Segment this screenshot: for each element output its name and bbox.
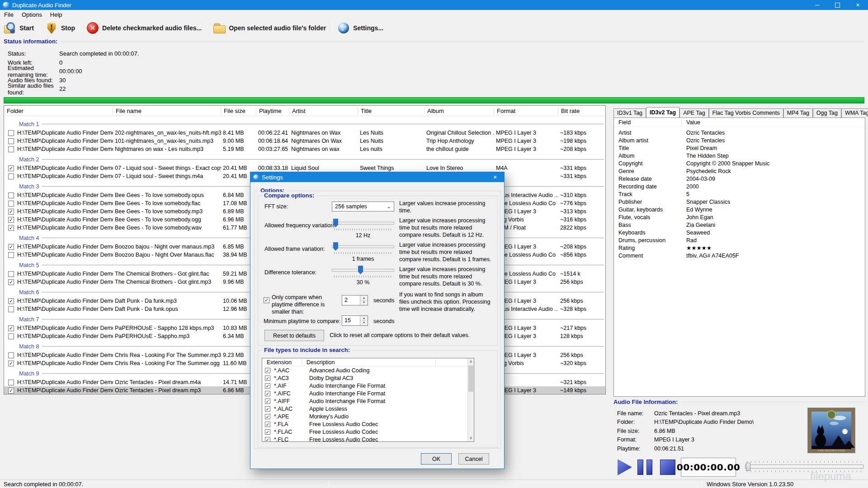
- file-type-row[interactable]: *.AIFCAudio Interchange File Format: [262, 389, 474, 397]
- tag-row[interactable]: Recording date2000: [614, 183, 865, 190]
- row-checkbox[interactable]: [8, 352, 14, 358]
- ok-button[interactable]: OK: [421, 453, 452, 465]
- column-header-folder[interactable]: Folder: [4, 107, 113, 115]
- row-checkbox[interactable]: [8, 225, 14, 231]
- table-row[interactable]: H:\TEMP\Duplicate Audio Finder Demo\07 -…: [4, 164, 605, 172]
- row-checkbox[interactable]: [8, 165, 14, 171]
- stop-button[interactable]: Stop: [42, 20, 80, 36]
- file-types-column-extension[interactable]: Extension: [262, 359, 302, 366]
- column-header-album[interactable]: Album: [425, 107, 494, 115]
- playtime-difference-spinner[interactable]: 2: [342, 295, 368, 305]
- file-type-row[interactable]: *.ALACApple Lossless: [262, 405, 474, 413]
- frequency-variation-slider[interactable]: [332, 219, 394, 228]
- row-checkbox[interactable]: [8, 306, 14, 312]
- file-type-checkbox[interactable]: [265, 399, 270, 404]
- row-checkbox[interactable]: [8, 380, 14, 385]
- pause-icon[interactable]: [637, 460, 653, 475]
- file-type-checkbox[interactable]: [265, 437, 270, 442]
- column-header-file-size[interactable]: File size: [221, 107, 256, 115]
- seek-groove[interactable]: [745, 465, 863, 469]
- file-types-scrollbar[interactable]: [467, 358, 474, 441]
- row-checkbox[interactable]: [8, 361, 14, 366]
- row-checkbox[interactable]: [8, 325, 14, 331]
- tag-row[interactable]: Guitar, keyboardsEd Wynne: [614, 206, 865, 213]
- minimum-playtime-spinner[interactable]: 15: [342, 315, 368, 326]
- dialog-title-bar[interactable]: Settings: [250, 172, 504, 182]
- row-checkbox[interactable]: [8, 298, 14, 304]
- spin-down-icon[interactable]: [360, 321, 368, 325]
- row-checkbox[interactable]: [8, 279, 14, 285]
- tab-ape-tag[interactable]: APE Tag: [679, 108, 708, 117]
- tag-row[interactable]: Track5: [614, 190, 865, 198]
- tag-row[interactable]: KeyboardsSeaweed: [614, 229, 865, 236]
- file-type-row[interactable]: *.AC3Dolby Digital AC3: [262, 374, 474, 382]
- tag-row[interactable]: Rating★★★★★: [614, 244, 865, 252]
- file-type-row[interactable]: *.FLACFree Lossless Audio Codec: [262, 428, 474, 436]
- settings-button[interactable]: Settings...: [334, 20, 388, 36]
- slider-thumb[interactable]: [358, 266, 363, 274]
- tag-column-value[interactable]: Value: [682, 119, 700, 126]
- spin-up-icon[interactable]: [360, 296, 368, 300]
- row-checkbox[interactable]: [8, 271, 14, 277]
- row-checkbox[interactable]: [8, 192, 14, 198]
- tag-row[interactable]: Album artistOzric Tentacles: [614, 136, 865, 144]
- close-button[interactable]: [848, 0, 868, 10]
- scroll-down-icon[interactable]: [468, 435, 474, 441]
- file-type-row[interactable]: *.FLAFree Lossless Audio Codec: [262, 420, 474, 428]
- tab-flac-tag-vorbis-comments[interactable]: Flac Tag Vorbis Comments: [709, 108, 783, 117]
- open-selected-audio-file-s-folder-button[interactable]: Open selected audio file's folder: [209, 20, 330, 36]
- column-header-bit-rate[interactable]: Bit rate: [558, 107, 605, 115]
- maximize-button[interactable]: [827, 0, 848, 10]
- reset-to-defaults-button[interactable]: Reset to defaults: [264, 330, 324, 341]
- tag-row[interactable]: CopyrightCopyright © 2000 Snapper Music: [614, 160, 865, 167]
- scroll-up-icon[interactable]: [468, 358, 474, 365]
- minimize-button[interactable]: [807, 0, 827, 10]
- slider-thumb[interactable]: [333, 219, 338, 227]
- table-row[interactable]: H:\TEMP\Duplicate Audio Finder Demo\Nigh…: [4, 145, 605, 153]
- tag-row[interactable]: GenrePsychedelic Rock: [614, 167, 865, 175]
- tag-row[interactable]: BassZia Geelani: [614, 221, 865, 229]
- seek-thumb[interactable]: [746, 463, 750, 471]
- file-types-column-description[interactable]: Description: [302, 359, 436, 366]
- row-checkbox[interactable]: [8, 244, 14, 250]
- scrollbar-thumb[interactable]: [468, 366, 473, 392]
- menu-help[interactable]: Help: [46, 10, 66, 19]
- file-type-row[interactable]: *.APEMonkey's Audio: [262, 413, 474, 420]
- file-type-checkbox[interactable]: [265, 422, 270, 427]
- stop-playback-icon[interactable]: [660, 460, 675, 475]
- file-type-checkbox[interactable]: [265, 391, 270, 396]
- row-checkbox[interactable]: [8, 333, 14, 339]
- tag-row[interactable]: PublisherSnapper Classics: [614, 198, 865, 206]
- row-checkbox[interactable]: [8, 388, 14, 394]
- delete-checkmarked-audio-files-button[interactable]: Delete checkmarked audio files...: [83, 20, 206, 36]
- row-checkbox[interactable]: [8, 138, 14, 144]
- column-header-playtime[interactable]: Playtime: [256, 107, 289, 115]
- file-type-checkbox[interactable]: [265, 429, 270, 435]
- tab-ogg-tag[interactable]: Ogg Tag: [813, 108, 841, 117]
- table-row[interactable]: H:\TEMP\Duplicate Audio Finder Demo\101-…: [4, 137, 605, 145]
- tag-row[interactable]: AlbumThe Hidden Step: [614, 152, 865, 160]
- tab-mp4-tag[interactable]: MP4 Tag: [783, 108, 813, 117]
- tag-row[interactable]: TitlePixel Dream: [614, 144, 865, 152]
- tag-row[interactable]: Flute, vocalsJohn Egan: [614, 213, 865, 221]
- playtime-difference-checkbox[interactable]: [264, 297, 269, 303]
- dialog-close-icon[interactable]: [486, 172, 504, 182]
- column-header-format[interactable]: Format: [494, 107, 558, 115]
- frame-variation-slider[interactable]: [332, 242, 394, 251]
- tag-row[interactable]: ArtistOzric Tentacles: [614, 129, 865, 136]
- tab-id3v2-tag[interactable]: ID3v2 Tag: [646, 107, 679, 117]
- row-checkbox[interactable]: [8, 209, 14, 215]
- tag-row[interactable]: Commenttfbiv, AG# A74EA05F: [614, 252, 865, 259]
- tab-id3v1-tag[interactable]: ID3v1 Tag: [613, 108, 646, 117]
- start-button[interactable]: Start: [0, 20, 38, 36]
- slider-thumb[interactable]: [333, 242, 338, 251]
- column-header-file-name[interactable]: File name: [113, 107, 221, 115]
- file-type-checkbox[interactable]: [265, 406, 270, 412]
- row-checkbox[interactable]: [8, 130, 14, 136]
- title-bar[interactable]: Duplicate Audio Finder: [0, 0, 868, 10]
- menu-options[interactable]: Options: [18, 10, 46, 19]
- file-type-row[interactable]: *.AIFFAudio Interchange File Format: [262, 397, 474, 405]
- file-type-checkbox[interactable]: [265, 368, 270, 373]
- file-type-checkbox[interactable]: [265, 414, 270, 419]
- tag-column-field[interactable]: Field: [614, 119, 682, 126]
